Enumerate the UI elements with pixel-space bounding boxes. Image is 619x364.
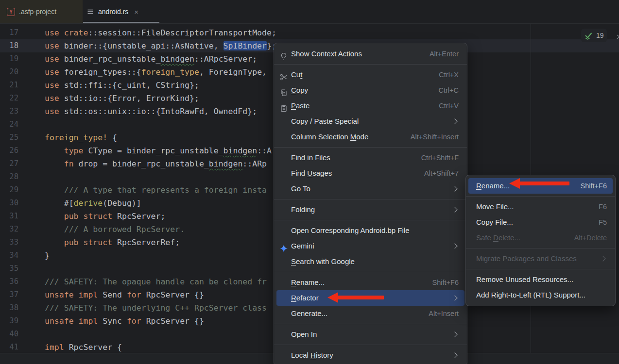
- line-number[interactable]: 18: [0, 39, 18, 52]
- arrow-head: [509, 178, 520, 189]
- code-line-30[interactable]: #[derive(Debug)]: [45, 197, 276, 210]
- code-line-24[interactable]: [45, 118, 276, 131]
- code-line-20[interactable]: use foreign_types::{foreign_type, Foreig…: [45, 66, 276, 79]
- menu-item-add-rtl-support[interactable]: Add Right-to-Left (RTL) Support...: [468, 287, 613, 303]
- line-number[interactable]: 30: [0, 197, 18, 210]
- line-number[interactable]: 22: [0, 92, 18, 105]
- menu-item-folding[interactable]: Folding: [276, 202, 464, 217]
- inspections-widget[interactable]: 19: [581, 29, 607, 42]
- menu-item-gemini[interactable]: Gemini: [276, 238, 464, 254]
- menu-shortcut: Shift+F6: [581, 178, 607, 194]
- close-icon[interactable]: ×: [134, 8, 138, 16]
- editor-gutter[interactable]: 1718192021222324252627282930313233343536…: [0, 26, 18, 354]
- line-number[interactable]: 28: [0, 170, 18, 183]
- menu-item-copy[interactable]: CopyCtrl+C: [276, 83, 464, 98]
- arrow-head: [327, 292, 338, 303]
- line-number[interactable]: 23: [0, 105, 18, 118]
- line-number[interactable]: 38: [0, 301, 18, 314]
- menu-item-label: Local History: [291, 347, 333, 363]
- code-line-21[interactable]: use std::ffi::{c_uint, CString};: [45, 79, 276, 92]
- lightbulb-icon: [280, 50, 288, 58]
- menu-item-local-history[interactable]: Local History: [276, 347, 464, 363]
- tab-asfp-project[interactable]: Y .asfp-project: [0, 0, 83, 23]
- line-number[interactable]: 21: [0, 79, 18, 92]
- code-line-31[interactable]: pub struct RpcServer;: [45, 210, 276, 223]
- code-line-18[interactable]: use binder::{unstable_api::AsNative, SpI…: [45, 39, 276, 52]
- code-line-25[interactable]: foreign_type! {: [45, 131, 276, 144]
- code-line-19[interactable]: use binder_rpc_unstable_bindgen::ARpcSer…: [45, 52, 276, 66]
- menu-separator: [466, 269, 615, 269]
- menu-item-open-in[interactable]: Open In: [276, 327, 464, 342]
- code-line-36[interactable]: /// SAFETY: The opaque handle can be clo…: [45, 275, 276, 288]
- annotation-arrow-refactor: [327, 292, 384, 303]
- code-line-37[interactable]: unsafe impl Send for RpcServer {}: [45, 288, 276, 301]
- menu-item-generate[interactable]: Generate...Alt+Insert: [276, 306, 464, 321]
- menu-separator: [274, 272, 467, 272]
- menu-item-open-corresponding-androidbp-file[interactable]: Open Corresponding Android.bp File: [276, 223, 464, 238]
- menu-item-label: Go To: [291, 181, 310, 197]
- code-line-41[interactable]: impl RpcServer {: [45, 341, 276, 354]
- code-line-38[interactable]: /// SAFETY: The underlying C++ RpcServer…: [45, 301, 276, 314]
- line-number[interactable]: 17: [0, 26, 18, 39]
- editor-context-menu: Show Context ActionsAlt+EnterCutCtrl+XCo…: [274, 43, 467, 364]
- code-line-28[interactable]: [45, 170, 276, 183]
- line-number[interactable]: 39: [0, 314, 18, 328]
- menu-separator: [274, 324, 467, 324]
- menu-item-find-usages[interactable]: Find UsagesAlt+Shift+7: [276, 165, 464, 181]
- menu-item-copy-paste-special[interactable]: Copy / Paste Special: [276, 114, 464, 129]
- code-line-40[interactable]: [45, 328, 276, 341]
- line-number[interactable]: 32: [0, 223, 18, 236]
- menu-item-rename[interactable]: Rename...Shift+F6: [276, 275, 464, 290]
- line-number[interactable]: 36: [0, 275, 18, 288]
- arrow-shaft: [519, 182, 569, 185]
- menu-shortcut: F5: [599, 215, 607, 230]
- line-number[interactable]: 24: [0, 118, 18, 131]
- menu-shortcut: Alt+Shift+7: [424, 165, 459, 181]
- menu-item-copy-file[interactable]: Copy File...F5: [468, 215, 613, 230]
- line-number[interactable]: 27: [0, 157, 18, 170]
- code-line-27[interactable]: fn drop = binder_rpc_unstable_bindgen::A…: [45, 157, 276, 170]
- menu-item-paste[interactable]: PasteCtrl+V: [276, 98, 464, 114]
- line-number[interactable]: 41: [0, 341, 18, 354]
- line-number[interactable]: 26: [0, 144, 18, 157]
- line-number[interactable]: 19: [0, 52, 18, 66]
- code-editor[interactable]: use crate::session::FileDescriptorTransp…: [45, 26, 276, 354]
- code-line-26[interactable]: type CType = binder_rpc_unstable_bindgen…: [45, 144, 276, 157]
- line-number[interactable]: 29: [0, 183, 18, 197]
- menu-item-label: Move File...: [476, 199, 514, 215]
- menu-item-remove-unused-resources[interactable]: Remove Unused Resources...: [468, 272, 613, 287]
- line-number[interactable]: 25: [0, 131, 18, 144]
- menu-item-move-file[interactable]: Move File...F6: [468, 199, 613, 215]
- line-number[interactable]: 35: [0, 262, 18, 275]
- line-number[interactable]: 20: [0, 66, 18, 79]
- submenu-arrow-icon: [452, 118, 457, 124]
- tab-label: android.rs: [98, 8, 128, 16]
- menu-item-column-selection-mode[interactable]: Column Selection ModeAlt+Shift+Insert: [276, 129, 464, 145]
- menu-item-show-context-actions[interactable]: Show Context ActionsAlt+Enter: [276, 46, 464, 62]
- code-line-34[interactable]: }: [45, 249, 276, 262]
- gutter-separator: [43, 23, 43, 353]
- code-line-17[interactable]: use crate::session::FileDescriptorTransp…: [45, 26, 276, 39]
- line-number[interactable]: 40: [0, 328, 18, 341]
- code-line-32[interactable]: /// A borrowed RpcServer.: [45, 223, 276, 236]
- menu-item-search-with-google[interactable]: Search with Google: [276, 254, 464, 269]
- code-line-22[interactable]: use std::io::{Error, ErrorKind};: [45, 92, 276, 105]
- menu-shortcut: Ctrl+V: [439, 98, 459, 114]
- code-line-29[interactable]: /// A type that represents a foreign ins…: [45, 183, 276, 197]
- line-number[interactable]: 33: [0, 236, 18, 249]
- code-line-23[interactable]: use std::os::unix::io::{IntoRawFd, Owned…: [45, 105, 276, 118]
- menu-item-find-in-files[interactable]: Find in FilesCtrl+Shift+F: [276, 150, 464, 165]
- code-line-39[interactable]: unsafe impl Sync for RpcServer {}: [45, 314, 276, 328]
- menu-item-label: Rename...: [476, 178, 510, 194]
- menu-shortcut: Ctrl+Shift+F: [421, 150, 459, 165]
- code-line-33[interactable]: pub struct RpcServerRef;: [45, 236, 276, 249]
- menu-item-cut[interactable]: CutCtrl+X: [276, 67, 464, 83]
- line-number[interactable]: 31: [0, 210, 18, 223]
- menu-separator: [466, 248, 615, 248]
- line-number[interactable]: 37: [0, 288, 18, 301]
- submenu-arrow-icon: [452, 352, 457, 358]
- menu-item-go-to[interactable]: Go To: [276, 181, 464, 197]
- code-line-35[interactable]: [45, 262, 276, 275]
- tab-android-rs[interactable]: android.rs ×: [83, 0, 160, 23]
- line-number[interactable]: 34: [0, 249, 18, 262]
